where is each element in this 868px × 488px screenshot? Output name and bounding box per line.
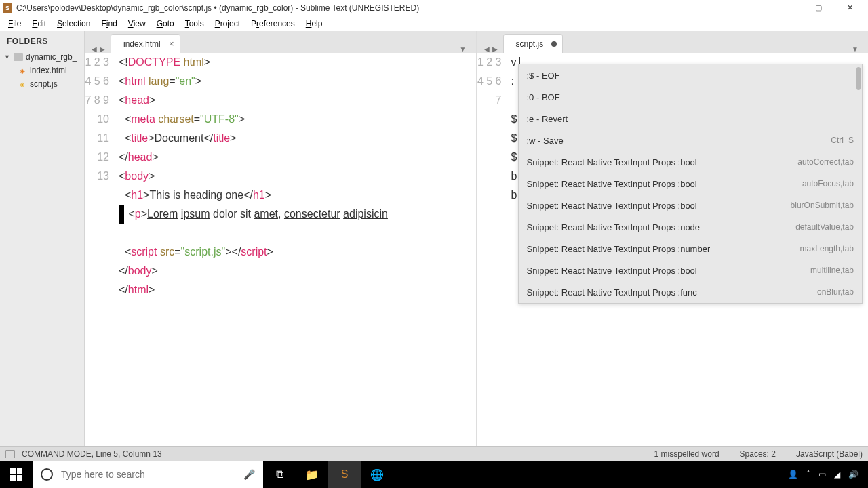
panel-toggle-icon[interactable] <box>5 450 15 458</box>
menu-file[interactable]: File <box>3 18 26 30</box>
taskbar-app-explorer[interactable]: 📁 <box>296 461 328 488</box>
status-syntax[interactable]: JavaScript (Babel) <box>796 449 863 459</box>
autocomplete-item[interactable]: :e - Revert <box>519 108 863 129</box>
menu-goto[interactable]: Goto <box>151 18 180 30</box>
autocomplete-item[interactable]: Snippet: React Native TextInput Props :f… <box>519 281 863 303</box>
editor-panes: ◀ ▶ index.html × ▼ 1 2 3 4 5 6 7 8 9 10 … <box>85 31 868 446</box>
autocomplete-item[interactable]: Snippet: React Native TextInput Props :n… <box>519 238 863 260</box>
svg-rect-0 <box>10 468 16 474</box>
svg-rect-2 <box>10 475 16 481</box>
autocomplete-item[interactable]: Snippet: React Native TextInput Props :b… <box>519 173 863 195</box>
tab-label: script.js <box>516 39 544 49</box>
menu-edit[interactable]: Edit <box>26 18 52 30</box>
pane-right: ◀ ▶ script.js ▼ 1 2 3 4 5 6 7 v : $ $ $ … <box>477 31 869 446</box>
autocomplete-item[interactable]: Snippet: React Native TextInput Props :b… <box>519 260 863 281</box>
autocomplete-item[interactable]: Snippet: React Native TextInput Props :n… <box>519 216 863 238</box>
tab-dropdown-icon[interactable]: ▼ <box>456 45 471 53</box>
tabbar-left: ◀ ▶ index.html × ▼ <box>85 31 476 53</box>
scrollbar[interactable] <box>856 67 861 90</box>
autocomplete-item[interactable]: :w - SaveCtrl+S <box>519 129 863 151</box>
svg-rect-1 <box>17 468 22 474</box>
window-title: C:\Users\polodev\Desktop\dynamic_rgb_col… <box>16 3 772 13</box>
tab-label: index.html <box>123 39 161 49</box>
minimize-button[interactable]: — <box>772 0 803 16</box>
taskbar-search[interactable]: 🎤 <box>33 461 263 488</box>
file-label: script.js <box>30 79 58 89</box>
windows-taskbar: 🎤 ⧉ 📁 S 🌐 👤 ˄ ▭ ◢ 🔊 <box>0 461 868 488</box>
menu-tools[interactable]: Tools <box>180 18 210 30</box>
tree-file-script[interactable]: ◈ script.js <box>0 77 84 91</box>
app-icon: S <box>3 3 12 13</box>
taskbar-app-chrome[interactable]: 🌐 <box>361 461 393 488</box>
folder-tree: ▼ dynamic_rgb_ ◈ index.html ◈ script.js <box>0 50 84 91</box>
js-file-icon: ◈ <box>18 80 27 88</box>
menubar: File Edit Selection Find View Goto Tools… <box>0 16 868 31</box>
menu-selection[interactable]: Selection <box>52 18 96 30</box>
start-button[interactable] <box>0 461 33 488</box>
menu-preferences[interactable]: Preferences <box>245 18 300 30</box>
status-indent[interactable]: Spaces: 2 <box>740 449 776 459</box>
cortana-icon <box>41 468 53 481</box>
sidebar: FOLDERS ▼ dynamic_rgb_ ◈ index.html ◈ sc… <box>0 31 85 446</box>
tab-script-js[interactable]: script.js <box>503 34 564 53</box>
tab-prev-icon[interactable]: ◀ <box>483 45 491 53</box>
file-label: index.html <box>30 66 67 75</box>
maximize-button[interactable]: ▢ <box>803 0 834 16</box>
pane-left: ◀ ▶ index.html × ▼ 1 2 3 4 5 6 7 8 9 10 … <box>85 31 477 446</box>
code-left[interactable]: <!DOCTYPE html> <html lang="en"> <head> … <box>119 53 476 446</box>
wifi-icon[interactable]: ◢ <box>834 470 840 479</box>
menu-find[interactable]: Find <box>96 18 122 30</box>
autocomplete-item[interactable]: Snippet: React Native TextInput Props :b… <box>519 195 863 216</box>
html-file-icon: ◈ <box>18 66 27 75</box>
folder-label: dynamic_rgb_ <box>26 52 77 62</box>
autocomplete-item[interactable]: :$ - EOF <box>519 64 863 86</box>
main-area: FOLDERS ▼ dynamic_rgb_ ◈ index.html ◈ sc… <box>0 31 868 446</box>
mic-icon[interactable]: 🎤 <box>243 469 255 480</box>
taskbar-app-sublime[interactable]: S <box>328 461 361 488</box>
menu-project[interactable]: Project <box>210 18 245 30</box>
autocomplete-popup: :$ - EOF :0 - BOF :e - Revert :w - SaveC… <box>518 64 863 304</box>
editor-left[interactable]: 1 2 3 4 5 6 7 8 9 10 11 12 13 <!DOCTYPE … <box>85 53 476 446</box>
search-input[interactable] <box>61 469 235 480</box>
taskview-button[interactable]: ⧉ <box>263 461 296 488</box>
menu-view[interactable]: View <box>123 18 151 30</box>
windows-logo-icon <box>10 468 22 481</box>
svg-rect-3 <box>17 475 22 481</box>
tabbar-right: ◀ ▶ script.js ▼ <box>477 31 869 53</box>
tab-dropdown-icon[interactable]: ▼ <box>848 45 863 53</box>
autocomplete-item[interactable]: :0 - BOF <box>519 86 863 108</box>
volume-icon[interactable]: 🔊 <box>848 470 859 479</box>
status-position: COMMAND MODE, Line 5, Column 13 <box>22 449 634 459</box>
sidebar-header: FOLDERS <box>0 31 84 50</box>
tree-folder-root[interactable]: ▼ dynamic_rgb_ <box>0 50 84 64</box>
tree-file-index[interactable]: ◈ index.html <box>0 64 84 77</box>
window-titlebar: S C:\Users\polodev\Desktop\dynamic_rgb_c… <box>0 0 868 16</box>
tray-chevron-icon[interactable]: ˄ <box>806 470 810 479</box>
system-tray: 👤 ˄ ▭ ◢ 🔊 <box>778 470 868 479</box>
disclosure-icon: ▼ <box>4 54 11 60</box>
tab-next-icon[interactable]: ▶ <box>98 45 106 53</box>
tab-next-icon[interactable]: ▶ <box>491 45 499 53</box>
statusbar: COMMAND MODE, Line 5, Column 13 1 misspe… <box>0 446 868 461</box>
dirty-indicator-icon <box>551 41 557 47</box>
autocomplete-item[interactable]: Snippet: React Native TextInput Props :b… <box>519 151 863 173</box>
folder-icon <box>14 53 23 61</box>
tab-index-html[interactable]: index.html × <box>111 34 180 53</box>
gutter-right: 1 2 3 4 5 6 7 <box>477 53 511 446</box>
close-icon[interactable]: × <box>169 39 174 49</box>
menu-help[interactable]: Help <box>300 18 328 30</box>
gutter-left: 1 2 3 4 5 6 7 8 9 10 11 12 13 <box>85 53 119 446</box>
status-spellcheck[interactable]: 1 misspelled word <box>654 449 719 459</box>
battery-icon[interactable]: ▭ <box>818 470 826 479</box>
close-button[interactable]: ✕ <box>834 0 865 16</box>
tab-prev-icon[interactable]: ◀ <box>90 45 98 53</box>
people-icon[interactable]: 👤 <box>788 470 798 479</box>
